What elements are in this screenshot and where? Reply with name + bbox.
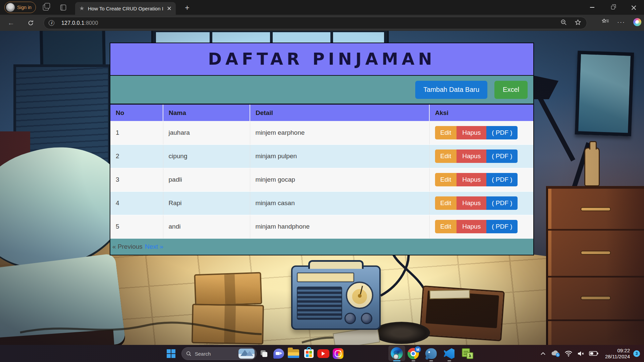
file-explorer-button[interactable] xyxy=(286,346,301,361)
postgresql-button[interactable] xyxy=(424,346,438,361)
tab-favicon-icon xyxy=(79,6,84,11)
system-tray: 09:22 28/11/2024 3 xyxy=(537,345,644,362)
wifi-icon[interactable] xyxy=(562,351,575,357)
vscode-button[interactable] xyxy=(442,346,457,361)
edge-profile-avatar xyxy=(393,354,399,360)
sign-in-button[interactable]: Sign in xyxy=(4,2,36,13)
app-header: DAFTAR PINJAMAN xyxy=(110,43,533,76)
delete-button[interactable]: Hapus xyxy=(457,149,486,163)
minimize-button[interactable] xyxy=(582,0,602,15)
edit-button[interactable]: Edit xyxy=(435,220,457,233)
pagination-previous[interactable]: « Previous xyxy=(112,243,143,250)
edit-button[interactable]: Edit xyxy=(435,196,457,210)
pagination-next[interactable]: Next » xyxy=(145,243,163,250)
tray-chevron-icon[interactable] xyxy=(537,352,549,355)
delete-button[interactable]: Hapus xyxy=(457,196,486,210)
search-icon xyxy=(186,351,192,357)
add-data-button[interactable]: Tambah Data Baru xyxy=(415,81,487,99)
task-view-button[interactable] xyxy=(257,346,271,361)
edit-button[interactable]: Edit xyxy=(435,126,457,139)
cell-no: 3 xyxy=(110,168,163,191)
app-toolbar: Tambah Data Baru Excel xyxy=(110,76,533,105)
cmder-button[interactable]: λ xyxy=(460,346,475,361)
browser-tab-bar: Sign in How To Create CRUD Operation I + xyxy=(0,0,644,15)
windows-logo-icon xyxy=(167,349,176,358)
volume-muted-icon[interactable] xyxy=(575,351,587,357)
microsoft-store-icon xyxy=(304,349,314,358)
cell-detail: minjem gocap xyxy=(250,168,429,191)
notification-badge[interactable]: 3 xyxy=(633,350,640,357)
taskbar-clock[interactable]: 09:22 28/11/2024 xyxy=(605,348,630,360)
cell-nama: padli xyxy=(163,168,250,191)
profile-avatar xyxy=(6,3,15,12)
delete-button[interactable]: Hapus xyxy=(457,126,486,139)
table-row: 4 Rapi minjam casan EditHapus( PDF ) xyxy=(110,191,533,215)
cell-nama: jauhara xyxy=(163,121,250,144)
site-info-icon[interactable]: i xyxy=(49,20,54,26)
table-row: 3 padli minjem gocap EditHapus( PDF ) xyxy=(110,168,533,191)
pdf-button[interactable]: ( PDF ) xyxy=(486,149,518,163)
edit-button[interactable]: Edit xyxy=(435,173,457,186)
cell-nama: cipung xyxy=(163,144,250,168)
edit-button[interactable]: Edit xyxy=(435,149,457,163)
refresh-icon[interactable] xyxy=(26,18,35,27)
edge-running-indicator xyxy=(393,360,400,361)
vscode-icon xyxy=(444,348,454,359)
browser-tab[interactable]: How To Create CRUD Operation I xyxy=(75,2,176,15)
desktop: { "browser": { "sign_in_label": "Sign in… xyxy=(0,0,644,362)
battery-icon[interactable] xyxy=(587,351,600,356)
excel-export-button[interactable]: Excel xyxy=(494,81,528,99)
settings-menu-icon[interactable]: ··· xyxy=(617,19,625,26)
file-explorer-icon xyxy=(288,349,299,358)
favorite-star-icon[interactable] xyxy=(575,19,581,27)
cell-nama: andi xyxy=(163,215,250,238)
cell-detail: minjem earphone xyxy=(250,121,429,144)
new-tab-button[interactable]: + xyxy=(182,3,192,13)
running-indicator xyxy=(447,360,451,361)
pdf-button[interactable]: ( PDF ) xyxy=(486,126,518,139)
instagram-icon xyxy=(333,348,343,359)
vertical-tabs-icon[interactable] xyxy=(60,5,66,10)
page-viewport: DAFTAR PINJAMAN Tambah Data Baru Excel N… xyxy=(0,31,644,345)
restore-button[interactable] xyxy=(602,0,623,15)
pdf-button[interactable]: ( PDF ) xyxy=(486,220,518,233)
microsoft-store-button[interactable] xyxy=(302,346,316,361)
delete-button[interactable]: Hapus xyxy=(457,173,486,186)
zoom-out-icon[interactable] xyxy=(560,19,567,27)
chat-icon xyxy=(273,349,284,359)
table-row: 5 andi minjam handphone EditHapus( PDF ) xyxy=(110,215,533,238)
tab-close-icon[interactable] xyxy=(166,5,172,11)
close-button[interactable] xyxy=(623,0,644,15)
url-port: :8000 xyxy=(85,20,98,26)
pdf-button[interactable]: ( PDF ) xyxy=(486,173,518,186)
cell-detail: minjam casan xyxy=(250,191,429,215)
back-icon[interactable]: ← xyxy=(6,18,16,27)
cell-no: 1 xyxy=(110,121,163,144)
browser-address-bar: ← i 127.0.0.1:8000 ··· xyxy=(0,15,644,31)
pagination: « Previous Next » xyxy=(110,239,533,255)
url-field[interactable]: i 127.0.0.1:8000 xyxy=(44,17,587,29)
cell-no: 4 xyxy=(110,191,163,215)
clock-time: 09:22 xyxy=(605,348,630,354)
pdf-button[interactable]: ( PDF ) xyxy=(486,196,518,210)
taskbar-search[interactable] xyxy=(181,347,257,360)
tab-title: How To Create CRUD Operation I xyxy=(88,6,164,11)
delete-button[interactable]: Hapus xyxy=(457,220,486,233)
task-view-icon xyxy=(261,350,267,357)
tab-actions-icon[interactable] xyxy=(43,5,49,10)
postgresql-icon xyxy=(425,348,437,359)
cell-no: 5 xyxy=(110,215,163,238)
favorites-bar-icon[interactable] xyxy=(602,18,609,26)
lambda-terminal-icon: λ xyxy=(462,348,473,359)
chat-button[interactable] xyxy=(271,346,286,361)
edge-button-active[interactable] xyxy=(388,346,405,361)
start-button[interactable] xyxy=(164,346,178,361)
copilot-icon[interactable] xyxy=(633,18,641,26)
instagram-button[interactable] xyxy=(331,346,345,361)
onedrive-icon[interactable] xyxy=(549,350,562,357)
youtube-button[interactable] xyxy=(316,346,331,361)
clock-date: 28/11/2024 xyxy=(605,354,630,360)
chrome-button[interactable]: M xyxy=(406,346,421,361)
search-weather-image xyxy=(238,349,255,359)
search-input[interactable] xyxy=(195,351,238,357)
